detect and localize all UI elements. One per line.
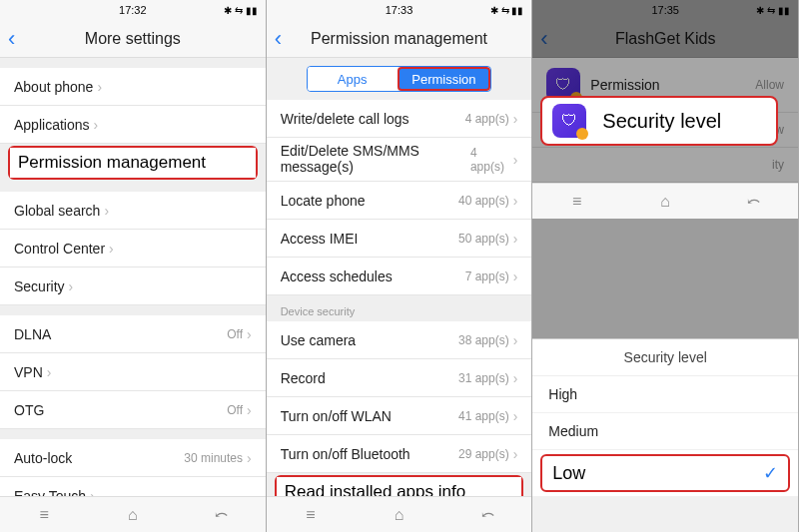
perm-edit-sms[interactable]: Edit/Delete SMS/MMS message(s)4 app(s)›: [267, 138, 532, 182]
home-button[interactable]: ⌂: [89, 497, 178, 532]
back-button[interactable]: ⤺: [177, 497, 266, 532]
highlight-security-level[interactable]: 🛡 Security level: [540, 96, 778, 146]
permission-list: Write/delete call logs4 app(s)› Edit/Del…: [267, 100, 532, 496]
row-applications[interactable]: Applications›: [0, 106, 266, 144]
perm-access-imei[interactable]: Access IMEI50 app(s)›: [267, 220, 532, 258]
option-medium[interactable]: Medium: [532, 413, 798, 450]
chevron-right-icon: ›: [69, 278, 74, 294]
option-label: High: [548, 386, 577, 402]
page-title: More settings: [85, 30, 181, 48]
row-label: Write/delete call logs: [281, 111, 409, 127]
row-label: Access schedules: [281, 268, 393, 284]
tab-bar: Apps Permission: [307, 66, 492, 92]
row-label: Turn on/off WLAN: [281, 408, 392, 424]
row-label: Security: [14, 278, 65, 294]
modal-overlay[interactable]: [532, 0, 798, 346]
row-value: 50 app(s): [458, 232, 509, 246]
row-control-center[interactable]: Control Center›: [0, 230, 266, 267]
menu-button[interactable]: ≡: [532, 184, 621, 219]
tab-permission[interactable]: Permission: [398, 67, 491, 91]
tab-apps[interactable]: Apps: [308, 67, 398, 91]
highlight-permission-management[interactable]: Permission management: [8, 146, 258, 180]
chevron-right-icon: ›: [513, 408, 518, 424]
row-label: Applications: [14, 117, 90, 133]
row-value: 30 minutes: [184, 451, 243, 465]
option-low-highlight[interactable]: Low ✓: [540, 454, 790, 492]
perm-access-schedules[interactable]: Access schedules7 app(s)›: [267, 258, 532, 295]
check-icon: ✓: [763, 462, 778, 484]
option-label: Medium: [548, 423, 598, 439]
row-label: Auto-lock: [14, 450, 72, 466]
chevron-right-icon: ›: [247, 450, 252, 466]
chevron-right-icon: ›: [513, 231, 518, 247]
chevron-right-icon: ›: [104, 203, 109, 219]
row-value: 41 app(s): [458, 409, 509, 423]
row-value: 29 app(s): [458, 447, 509, 461]
back-icon[interactable]: ‹: [275, 26, 282, 52]
menu-button[interactable]: ≡: [267, 497, 356, 532]
nav-header: ‹ More settings: [0, 20, 266, 58]
chevron-right-icon: ›: [109, 241, 114, 257]
row-value: 40 app(s): [458, 194, 509, 208]
status-time: 17:33: [386, 4, 413, 16]
chevron-right-icon: ›: [90, 488, 95, 497]
option-high[interactable]: High: [532, 376, 798, 413]
chevron-right-icon: ›: [94, 117, 99, 133]
chevron-right-icon: ›: [47, 364, 52, 380]
status-icons: ✱ ⇆ ▮▮: [224, 5, 258, 16]
perm-use-camera[interactable]: Use camera38 app(s)›: [267, 321, 532, 359]
row-security[interactable]: Security›: [0, 267, 266, 305]
row-value: Off: [227, 327, 243, 341]
perm-wlan[interactable]: Turn on/off WLAN41 app(s)›: [267, 397, 532, 435]
back-button[interactable]: ⤺: [709, 184, 798, 219]
chevron-right-icon: ›: [513, 332, 518, 348]
row-value: 31 app(s): [458, 371, 509, 385]
sheet-title: Security level: [532, 339, 798, 376]
row-label: DLNA: [14, 326, 51, 342]
status-icons: ✱ ⇆ ▮▮: [490, 5, 524, 16]
perm-bluetooth[interactable]: Turn on/off Bluetooth29 app(s)›: [267, 435, 532, 473]
row-value: 4 app(s): [470, 146, 509, 174]
security-level-sheet: Security level High Medium Low ✓: [532, 338, 798, 496]
perm-write-call-logs[interactable]: Write/delete call logs4 app(s)›: [267, 100, 532, 138]
overlay-label: Security level: [602, 110, 721, 133]
row-label: Edit/Delete SMS/MMS message(s): [281, 144, 470, 175]
row-vpn[interactable]: VPN›: [0, 353, 266, 391]
row-label: Easy Touch: [14, 488, 86, 497]
chevron-right-icon: ›: [513, 193, 518, 209]
system-nav: ≡ ⌂ ⤺: [0, 496, 266, 532]
system-nav: ≡ ⌂ ⤺: [267, 496, 532, 532]
row-label: Record: [281, 370, 326, 386]
screen-more-settings: 17:32 ✱ ⇆ ▮▮ ‹ More settings About phone…: [0, 0, 267, 532]
row-about-phone[interactable]: About phone›: [0, 68, 266, 106]
row-label: OTG: [14, 402, 44, 418]
perm-locate-phone[interactable]: Locate phone40 app(s)›: [267, 182, 532, 220]
row-value: 38 app(s): [458, 333, 509, 347]
row-label: Turn on/off Bluetooth: [281, 446, 410, 462]
chevron-right-icon: ›: [97, 79, 102, 95]
row-global-search[interactable]: Global search›: [0, 192, 266, 230]
row-label: Use camera: [281, 332, 356, 348]
row-easy-touch[interactable]: Easy Touch›: [0, 477, 266, 496]
row-label: Locate phone: [281, 193, 366, 209]
row-value: Off: [227, 403, 243, 417]
row-label: Control Center: [14, 241, 105, 257]
perm-record[interactable]: Record31 app(s)›: [267, 359, 532, 397]
home-button[interactable]: ⌂: [355, 497, 443, 532]
highlight-read-installed-apps[interactable]: Read installed apps info: [275, 475, 524, 496]
back-button[interactable]: ⤺: [443, 497, 532, 532]
row-auto-lock[interactable]: Auto-lock30 minutes›: [0, 439, 266, 477]
menu-button[interactable]: ≡: [0, 497, 89, 532]
row-label: Permission management: [18, 153, 206, 173]
row-label: Read installed apps info: [285, 482, 465, 496]
nav-header: ‹ Permission management: [267, 20, 532, 58]
home-button[interactable]: ⌂: [621, 184, 710, 219]
chevron-right-icon: ›: [513, 370, 518, 386]
row-label: VPN: [14, 364, 43, 380]
chevron-right-icon: ›: [513, 268, 518, 284]
row-otg[interactable]: OTGOff›: [0, 391, 266, 429]
row-dlna[interactable]: DLNAOff›: [0, 315, 266, 353]
chevron-right-icon: ›: [247, 326, 252, 342]
option-label: Low: [552, 463, 585, 484]
back-icon[interactable]: ‹: [8, 26, 15, 52]
